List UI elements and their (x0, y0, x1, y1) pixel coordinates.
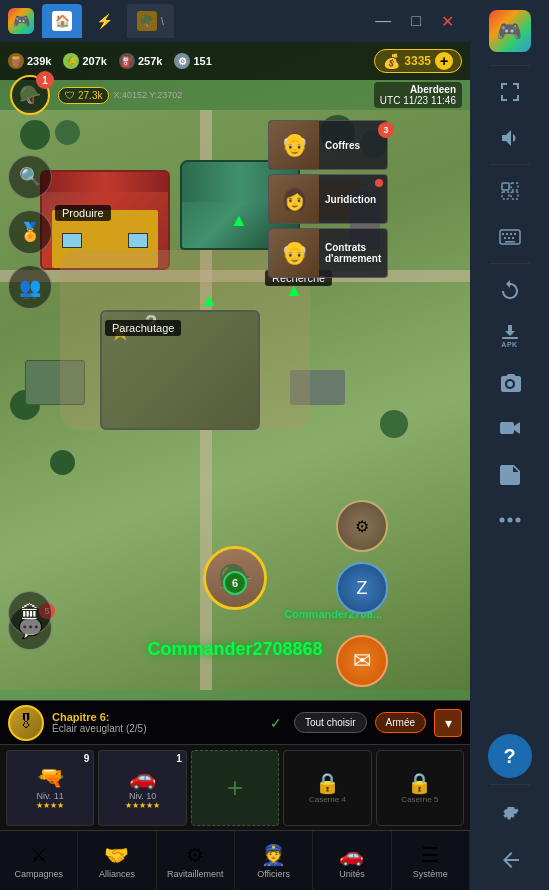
screenshot-button[interactable] (484, 360, 536, 404)
campagnes-label: Campagnes (14, 869, 63, 879)
locked-slot-5[interactable]: 🔒 Caserne 5 (376, 750, 464, 826)
more-button[interactable] (484, 498, 536, 542)
army-button[interactable]: Armée (375, 712, 426, 733)
info-row: 🪖 1 🛡 27.3k X:40152 Y:23702 Aberdeen UTC… (0, 80, 470, 110)
lock-icon-5: 🔒 (407, 771, 432, 795)
tab-game[interactable]: 🪖 \ (127, 4, 174, 38)
resources-bar: 🪵 239k 🌾 207k ⛽ 257k ⚙ 151 💰 3335 + (0, 42, 470, 80)
svg-rect-12 (505, 241, 515, 243)
wood-value: 239k (27, 55, 51, 67)
mail-panel-button[interactable]: ✉ (336, 635, 388, 687)
back-button[interactable] (484, 837, 536, 881)
food-value: 207k (82, 55, 106, 67)
green-arrow-1: ▲ (230, 210, 248, 231)
quest-bar: 🎖 Chapitre 6: Éclair aveuglant (2/5) ✓ T… (0, 700, 470, 744)
choose-all-label: Tout choisir (305, 717, 356, 728)
cursor-button[interactable] (484, 169, 536, 213)
coffres-card[interactable]: 👴 Coffres (268, 120, 388, 170)
svg-rect-8 (514, 233, 516, 235)
tree-2 (55, 120, 80, 145)
svg-rect-11 (512, 237, 514, 239)
volume-button[interactable] (484, 116, 536, 160)
contrats-card[interactable]: 👴 Contrats d'armement (268, 228, 388, 278)
nav-campagnes[interactable]: ⚔ Campagnes (0, 831, 78, 890)
unites-icon: 🚗 (339, 843, 364, 867)
juridiction-avatar: 👩 (269, 174, 319, 224)
nav-unites[interactable]: 🚗 Unités (313, 831, 391, 890)
help-button[interactable]: ? (488, 734, 532, 778)
svg-point-15 (499, 518, 504, 523)
ravitaillement-label: Ravitaillement (167, 869, 224, 879)
mission-button[interactable]: 🏛 (8, 591, 52, 635)
bottom-panel: 🎖 Chapitre 6: Éclair aveuglant (2/5) ✓ T… (0, 700, 470, 890)
record-button[interactable] (484, 406, 536, 450)
unites-label: Unités (339, 869, 365, 879)
nav-systeme[interactable]: ☰ Système (392, 831, 470, 890)
parachutage-label[interactable]: Parachutage (105, 320, 181, 336)
apk-install-button[interactable]: APK (484, 314, 536, 358)
unit-row: 🔫 Niv. 11 ★★★★ 9 🚗 Niv. 10 ★★★★★ 1 + 🔒 C… (0, 744, 470, 830)
produce-label[interactable]: Produire (55, 205, 111, 221)
check-icon: ✓ (270, 715, 282, 731)
dropdown-button[interactable]: ▾ (434, 709, 462, 737)
flask-panel-button[interactable]: Z (336, 562, 388, 614)
alliances-icon: 🤝 (104, 843, 129, 867)
nav-alliances[interactable]: 🤝 Alliances (78, 831, 156, 890)
bluestacks-icon[interactable]: 🎮 (8, 8, 34, 34)
unit-2-stars: ★★★★★ (125, 801, 160, 810)
svg-rect-14 (500, 422, 514, 434)
gear-panel-button[interactable]: ⚙ (336, 500, 388, 552)
minimize-button[interactable]: — (367, 8, 399, 34)
unit-slot-2[interactable]: 🚗 Niv. 10 ★★★★★ 1 (98, 750, 186, 826)
add-unit-slot[interactable]: + (191, 750, 279, 826)
commander-name: Commander2708868 (147, 639, 322, 660)
sidebar-divider-1 (490, 65, 530, 66)
officiers-icon: 👮 (261, 843, 286, 867)
gold-value: 3335 (404, 54, 431, 68)
svg-rect-10 (508, 237, 510, 239)
files-button[interactable] (484, 452, 536, 496)
oil-value: 257k (138, 55, 162, 67)
unit-slot-1[interactable]: 🔫 Niv. 11 ★★★★ 9 (6, 750, 94, 826)
officiers-label: Officiers (257, 869, 290, 879)
utc-time: UTC 11/23 11:46 (380, 95, 456, 106)
troops-button[interactable]: 👥 (8, 265, 52, 309)
svg-point-17 (515, 518, 520, 523)
rank-button[interactable]: 🏅 (8, 210, 52, 254)
tree-1 (20, 120, 50, 150)
unit-2-image: 🚗 (129, 765, 156, 791)
locked-slot-4[interactable]: 🔒 Caserne 4 (283, 750, 371, 826)
coffres-avatar: 👴 (269, 120, 319, 170)
svg-rect-3 (511, 192, 518, 199)
tree-6 (380, 410, 408, 438)
bluestacks-logo[interactable]: 🎮 (484, 5, 536, 57)
svg-point-16 (507, 518, 512, 523)
sidebar-divider-2 (490, 164, 530, 165)
nav-ravitaillement[interactable]: ⚙ Ravitaillement (157, 831, 235, 890)
campagnes-icon: ⚔ (30, 843, 48, 867)
juridiction-card[interactable]: 👩 Juridiction (268, 174, 388, 224)
location-name: Aberdeen (380, 84, 456, 95)
svg-rect-13 (502, 337, 518, 339)
green-arrow-3: ▲ (200, 290, 218, 311)
rotate-button[interactable] (484, 268, 536, 312)
search-button[interactable]: 🔍 (8, 155, 52, 199)
settings-button[interactable] (484, 791, 536, 835)
gold-bar[interactable]: 💰 3335 + (374, 49, 462, 73)
quest-icon[interactable]: 🎖 (8, 705, 44, 741)
tab-home[interactable]: 🏠 (42, 4, 82, 38)
tab-lightning[interactable]: ⚡ (86, 4, 123, 38)
close-button[interactable]: ✕ (433, 8, 462, 35)
lock-icon-4: 🔒 (315, 771, 340, 795)
nav-officiers[interactable]: 👮 Officiers (235, 831, 313, 890)
quest-text: Chapitre 6: Éclair aveuglant (2/5) (52, 711, 262, 734)
juridiction-dot (375, 179, 383, 187)
contrats-avatar: 👴 (269, 228, 319, 278)
buy-gold-button[interactable]: + (435, 52, 453, 70)
choose-all-button[interactable]: Tout choisir (294, 712, 367, 733)
keyboard-button[interactable] (484, 215, 536, 259)
resize-button[interactable] (484, 70, 536, 114)
maximize-button[interactable]: □ (403, 8, 429, 34)
juridiction-label: Juridiction (319, 194, 382, 205)
sidebar-divider-3 (490, 263, 530, 264)
